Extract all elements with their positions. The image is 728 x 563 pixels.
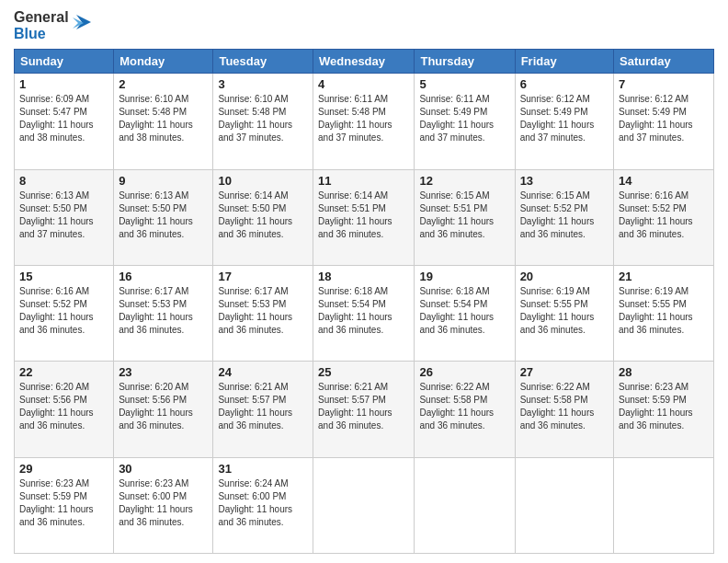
calendar-day-cell: 2Sunrise: 6:10 AMSunset: 5:48 PMDaylight… (114, 74, 213, 169)
calendar-day-cell: 18Sunrise: 6:18 AMSunset: 5:54 PMDayligh… (313, 265, 415, 361)
calendar-day-cell: 21Sunrise: 6:19 AMSunset: 5:55 PMDayligh… (614, 265, 714, 361)
logo-general: General (14, 9, 69, 26)
day-number: 8 (19, 174, 108, 188)
calendar-day-cell: 27Sunrise: 6:22 AMSunset: 5:58 PMDayligh… (515, 362, 613, 457)
day-number: 14 (619, 174, 709, 188)
calendar-day-header: Monday (114, 50, 213, 74)
day-number: 25 (318, 365, 409, 379)
day-number: 13 (520, 174, 609, 188)
day-info: Sunrise: 6:15 AMSunset: 5:52 PMDaylight:… (520, 190, 609, 241)
day-info: Sunrise: 6:13 AMSunset: 5:50 PMDaylight:… (19, 190, 108, 241)
day-number: 11 (318, 174, 409, 188)
day-number: 31 (218, 462, 308, 476)
day-info: Sunrise: 6:15 AMSunset: 5:51 PMDaylight:… (419, 190, 509, 241)
calendar-day-cell (614, 457, 714, 553)
day-info: Sunrise: 6:23 AMSunset: 6:00 PMDaylight:… (119, 477, 208, 529)
calendar-day-cell: 25Sunrise: 6:21 AMSunset: 5:57 PMDayligh… (313, 362, 415, 457)
day-number: 3 (218, 77, 308, 91)
calendar-week-row: 1Sunrise: 6:09 AMSunset: 5:47 PMDaylight… (15, 74, 714, 169)
calendar-day-header: Tuesday (213, 50, 313, 74)
day-number: 17 (218, 270, 308, 283)
calendar-day-header: Wednesday (313, 50, 415, 74)
day-info: Sunrise: 6:20 AMSunset: 5:56 PMDaylight:… (119, 381, 208, 432)
calendar-day-header: Friday (515, 50, 613, 74)
day-info: Sunrise: 6:23 AMSunset: 5:59 PMDaylight:… (19, 477, 108, 529)
day-info: Sunrise: 6:18 AMSunset: 5:54 PMDaylight:… (318, 285, 409, 337)
day-info: Sunrise: 6:23 AMSunset: 5:59 PMDaylight:… (619, 381, 709, 432)
day-number: 21 (619, 270, 709, 283)
day-number: 2 (119, 77, 208, 91)
day-info: Sunrise: 6:22 AMSunset: 5:58 PMDaylight:… (419, 381, 509, 432)
calendar-day-cell: 11Sunrise: 6:14 AMSunset: 5:51 PMDayligh… (313, 169, 415, 265)
logo-container: General Blue (14, 9, 91, 41)
calendar-day-cell: 29Sunrise: 6:23 AMSunset: 5:59 PMDayligh… (15, 457, 114, 553)
calendar-week-row: 29Sunrise: 6:23 AMSunset: 5:59 PMDayligh… (15, 457, 714, 553)
day-info: Sunrise: 6:12 AMSunset: 5:49 PMDaylight:… (520, 93, 609, 144)
day-info: Sunrise: 6:12 AMSunset: 5:49 PMDaylight:… (619, 93, 709, 144)
calendar-day-cell: 17Sunrise: 6:17 AMSunset: 5:53 PMDayligh… (213, 265, 313, 361)
calendar-day-cell (415, 457, 515, 553)
logo-bird-icon (71, 11, 91, 37)
day-number: 4 (318, 77, 409, 91)
calendar-day-cell: 15Sunrise: 6:16 AMSunset: 5:52 PMDayligh… (15, 265, 114, 361)
day-info: Sunrise: 6:21 AMSunset: 5:57 PMDaylight:… (218, 381, 308, 432)
calendar-day-cell: 31Sunrise: 6:24 AMSunset: 6:00 PMDayligh… (213, 457, 313, 553)
calendar-day-cell: 30Sunrise: 6:23 AMSunset: 6:00 PMDayligh… (114, 457, 213, 553)
day-number: 10 (218, 174, 308, 188)
calendar-day-cell: 13Sunrise: 6:15 AMSunset: 5:52 PMDayligh… (515, 169, 613, 265)
calendar-day-cell (515, 457, 613, 553)
day-number: 9 (119, 174, 208, 188)
day-info: Sunrise: 6:10 AMSunset: 5:48 PMDaylight:… (119, 93, 208, 144)
calendar-week-row: 22Sunrise: 6:20 AMSunset: 5:56 PMDayligh… (15, 362, 714, 457)
day-info: Sunrise: 6:16 AMSunset: 5:52 PMDaylight:… (619, 190, 709, 241)
calendar-day-cell: 6Sunrise: 6:12 AMSunset: 5:49 PMDaylight… (515, 74, 613, 169)
calendar-header-row: SundayMondayTuesdayWednesdayThursdayFrid… (15, 50, 714, 74)
calendar-week-row: 8Sunrise: 6:13 AMSunset: 5:50 PMDaylight… (15, 169, 714, 265)
day-info: Sunrise: 6:11 AMSunset: 5:48 PMDaylight:… (318, 93, 409, 144)
day-info: Sunrise: 6:20 AMSunset: 5:56 PMDaylight:… (19, 381, 108, 432)
day-number: 6 (520, 77, 609, 91)
day-number: 28 (619, 365, 709, 379)
calendar-day-cell: 16Sunrise: 6:17 AMSunset: 5:53 PMDayligh… (114, 265, 213, 361)
header: General Blue (14, 9, 714, 41)
day-info: Sunrise: 6:24 AMSunset: 6:00 PMDaylight:… (218, 477, 308, 529)
calendar-day-cell: 22Sunrise: 6:20 AMSunset: 5:56 PMDayligh… (15, 362, 114, 457)
calendar-day-cell: 10Sunrise: 6:14 AMSunset: 5:50 PMDayligh… (213, 169, 313, 265)
day-info: Sunrise: 6:17 AMSunset: 5:53 PMDaylight:… (218, 285, 308, 337)
calendar-day-cell: 8Sunrise: 6:13 AMSunset: 5:50 PMDaylight… (15, 169, 114, 265)
day-info: Sunrise: 6:16 AMSunset: 5:52 PMDaylight:… (19, 285, 108, 337)
calendar-day-header: Saturday (614, 50, 714, 74)
calendar-day-cell: 9Sunrise: 6:13 AMSunset: 5:50 PMDaylight… (114, 169, 213, 265)
calendar-day-cell: 20Sunrise: 6:19 AMSunset: 5:55 PMDayligh… (515, 265, 613, 361)
day-info: Sunrise: 6:11 AMSunset: 5:49 PMDaylight:… (419, 93, 509, 144)
day-info: Sunrise: 6:14 AMSunset: 5:50 PMDaylight:… (218, 190, 308, 241)
day-number: 27 (520, 365, 609, 379)
day-info: Sunrise: 6:14 AMSunset: 5:51 PMDaylight:… (318, 190, 409, 241)
day-info: Sunrise: 6:19 AMSunset: 5:55 PMDaylight:… (520, 285, 609, 337)
day-number: 5 (419, 77, 509, 91)
calendar-day-cell: 5Sunrise: 6:11 AMSunset: 5:49 PMDaylight… (415, 74, 515, 169)
day-number: 26 (419, 365, 509, 379)
calendar-day-cell: 28Sunrise: 6:23 AMSunset: 5:59 PMDayligh… (614, 362, 714, 457)
calendar-week-row: 15Sunrise: 6:16 AMSunset: 5:52 PMDayligh… (15, 265, 714, 361)
day-number: 29 (19, 462, 108, 476)
calendar-day-cell: 26Sunrise: 6:22 AMSunset: 5:58 PMDayligh… (415, 362, 515, 457)
day-info: Sunrise: 6:18 AMSunset: 5:54 PMDaylight:… (419, 285, 509, 337)
calendar-day-cell: 4Sunrise: 6:11 AMSunset: 5:48 PMDaylight… (313, 74, 415, 169)
calendar-day-cell: 3Sunrise: 6:10 AMSunset: 5:48 PMDaylight… (213, 74, 313, 169)
calendar-day-header: Thursday (415, 50, 515, 74)
day-number: 23 (119, 365, 208, 379)
logo-blue: Blue (14, 26, 69, 42)
day-info: Sunrise: 6:13 AMSunset: 5:50 PMDaylight:… (119, 190, 208, 241)
day-info: Sunrise: 6:22 AMSunset: 5:58 PMDaylight:… (520, 381, 609, 432)
day-number: 19 (419, 270, 509, 283)
day-number: 22 (19, 365, 108, 379)
calendar-table: SundayMondayTuesdayWednesdayThursdayFrid… (14, 49, 714, 554)
day-number: 1 (19, 77, 108, 91)
day-info: Sunrise: 6:09 AMSunset: 5:47 PMDaylight:… (19, 93, 108, 144)
calendar-day-cell: 7Sunrise: 6:12 AMSunset: 5:49 PMDaylight… (614, 74, 714, 169)
day-number: 18 (318, 270, 409, 283)
day-number: 30 (119, 462, 208, 476)
day-info: Sunrise: 6:19 AMSunset: 5:55 PMDaylight:… (619, 285, 709, 337)
day-info: Sunrise: 6:10 AMSunset: 5:48 PMDaylight:… (218, 93, 308, 144)
